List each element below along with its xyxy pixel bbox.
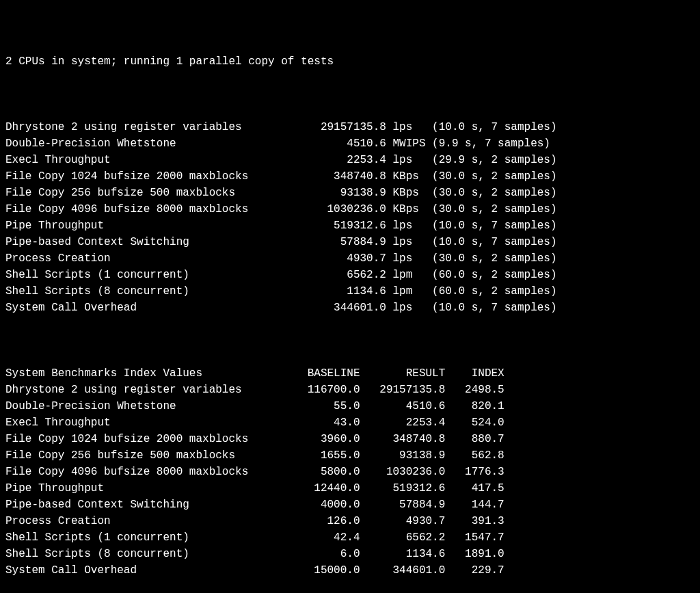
test-result-row: Shell Scripts (1 concurrent) 6562.2 lpm …: [5, 267, 695, 283]
index-row: Execl Throughput 43.0 2253.4 524.0: [5, 414, 695, 431]
index-row: Shell Scripts (8 concurrent) 6.0 1134.6 …: [5, 546, 695, 562]
test-result-row: Pipe Throughput 519312.6 lps (10.0 s, 7 …: [5, 218, 695, 234]
index-values-block: System Benchmarks Index Values BASELINE …: [5, 365, 695, 579]
index-row: File Copy 4096 bufsize 8000 maxblocks 58…: [5, 464, 695, 480]
index-row: Shell Scripts (1 concurrent) 42.4 6562.2…: [5, 529, 695, 546]
index-header-row: System Benchmarks Index Values BASELINE …: [5, 365, 695, 382]
test-result-row: File Copy 256 bufsize 500 maxblocks 9313…: [5, 185, 695, 201]
index-row: Process Creation 126.0 4930.7 391.3: [5, 513, 695, 529]
index-row: File Copy 1024 bufsize 2000 maxblocks 39…: [5, 431, 695, 447]
test-result-row: System Call Overhead 344601.0 lps (10.0 …: [5, 300, 695, 316]
test-result-row: Pipe-based Context Switching 57884.9 lps…: [5, 234, 695, 250]
index-row: File Copy 256 bufsize 500 maxblocks 1655…: [5, 447, 695, 464]
index-row: Pipe-based Context Switching 4000.0 5788…: [5, 497, 695, 513]
index-row: Dhrystone 2 using register variables 116…: [5, 382, 695, 398]
test-result-row: File Copy 4096 bufsize 8000 maxblocks 10…: [5, 201, 695, 218]
test-results-block: Dhrystone 2 using register variables 291…: [5, 119, 695, 316]
index-row: Double-Precision Whetstone 55.0 4510.6 8…: [5, 398, 695, 414]
test-result-row: Execl Throughput 2253.4 lps (29.9 s, 2 s…: [5, 152, 695, 168]
test-result-row: Shell Scripts (8 concurrent) 1134.6 lpm …: [5, 283, 695, 300]
test-result-row: Dhrystone 2 using register variables 291…: [5, 119, 695, 135]
blank-line: [5, 332, 695, 349]
index-row: System Call Overhead 15000.0 344601.0 22…: [5, 562, 695, 579]
test-result-row: Double-Precision Whetstone 4510.6 MWIPS …: [5, 135, 695, 152]
index-row: Pipe Throughput 12440.0 519312.6 417.5: [5, 480, 695, 497]
test-result-row: File Copy 1024 bufsize 2000 maxblocks 34…: [5, 168, 695, 185]
header-line: 2 CPUs in system; running 1 parallel cop…: [5, 53, 695, 70]
blank-line: [5, 86, 695, 103]
test-result-row: Process Creation 4930.7 lps (30.0 s, 2 s…: [5, 250, 695, 267]
